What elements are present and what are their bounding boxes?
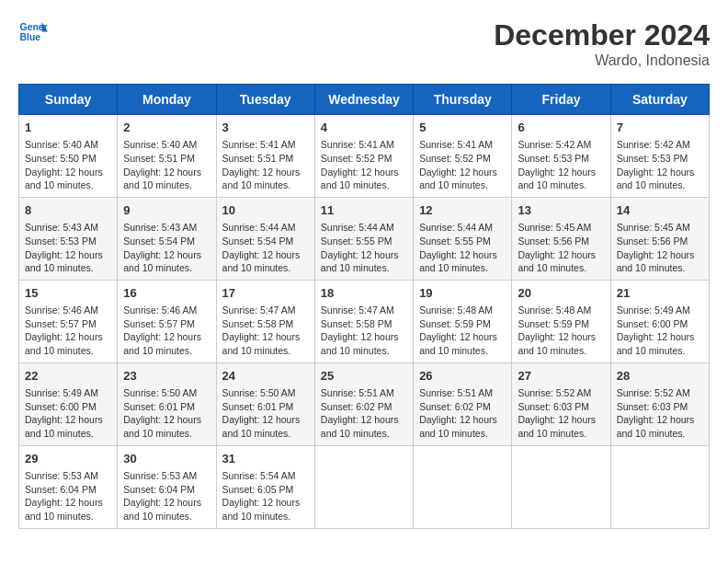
day-number: 4 bbox=[321, 120, 407, 136]
day-header-friday: Friday bbox=[512, 85, 610, 115]
calendar-cell: 9Sunrise: 5:43 AMSunset: 5:54 PMDaylight… bbox=[118, 197, 216, 280]
day-number: 16 bbox=[123, 285, 210, 302]
calendar-cell: 6Sunrise: 5:42 AMSunset: 5:53 PMDaylight… bbox=[512, 115, 610, 198]
day-number: 17 bbox=[222, 285, 309, 302]
calendar-cell: 8Sunrise: 5:43 AMSunset: 5:53 PMDaylight… bbox=[19, 197, 118, 280]
calendar-cell: 27Sunrise: 5:52 AMSunset: 6:03 PMDayligh… bbox=[512, 362, 610, 445]
day-number: 26 bbox=[419, 368, 506, 385]
calendar-cell: 25Sunrise: 5:51 AMSunset: 6:02 PMDayligh… bbox=[314, 362, 413, 445]
calendar-cell: 31Sunrise: 5:54 AMSunset: 6:05 PMDayligh… bbox=[216, 445, 314, 528]
calendar-cell: 21Sunrise: 5:49 AMSunset: 6:00 PMDayligh… bbox=[610, 280, 709, 362]
main-title: December 2024 bbox=[494, 18, 710, 52]
calendar-cell bbox=[512, 445, 610, 528]
calendar-cell: 30Sunrise: 5:53 AMSunset: 6:04 PMDayligh… bbox=[118, 445, 216, 528]
calendar-cell: 1Sunrise: 5:40 AMSunset: 5:50 PMDaylight… bbox=[19, 115, 118, 198]
subtitle: Wardo, Indonesia bbox=[494, 52, 710, 69]
calendar-cell bbox=[610, 445, 709, 528]
calendar-cell: 3Sunrise: 5:41 AMSunset: 5:51 PMDaylight… bbox=[216, 115, 314, 198]
calendar-week-row: 22Sunrise: 5:49 AMSunset: 6:00 PMDayligh… bbox=[19, 362, 710, 445]
day-number: 11 bbox=[321, 202, 407, 219]
day-number: 12 bbox=[419, 202, 506, 219]
calendar-cell: 28Sunrise: 5:52 AMSunset: 6:03 PMDayligh… bbox=[610, 362, 709, 445]
calendar-cell bbox=[414, 445, 512, 528]
logo-icon: General Blue bbox=[18, 18, 48, 44]
day-header-thursday: Thursday bbox=[414, 85, 512, 115]
calendar-cell: 23Sunrise: 5:50 AMSunset: 6:01 PMDayligh… bbox=[118, 362, 216, 445]
day-number: 10 bbox=[222, 202, 309, 219]
day-number: 19 bbox=[419, 285, 506, 302]
svg-text:Blue: Blue bbox=[20, 32, 41, 42]
calendar-cell: 2Sunrise: 5:40 AMSunset: 5:51 PMDaylight… bbox=[118, 115, 216, 198]
day-number: 15 bbox=[25, 285, 111, 302]
day-number: 8 bbox=[25, 202, 111, 219]
day-header-wednesday: Wednesday bbox=[314, 85, 413, 115]
calendar-cell: 17Sunrise: 5:47 AMSunset: 5:58 PMDayligh… bbox=[216, 280, 314, 362]
day-number: 25 bbox=[321, 368, 407, 385]
day-number: 27 bbox=[518, 368, 604, 385]
calendar-cell: 13Sunrise: 5:45 AMSunset: 5:56 PMDayligh… bbox=[512, 197, 610, 280]
calendar-cell: 14Sunrise: 5:45 AMSunset: 5:56 PMDayligh… bbox=[610, 197, 709, 280]
calendar-week-row: 8Sunrise: 5:43 AMSunset: 5:53 PMDaylight… bbox=[19, 197, 710, 280]
logo: General Blue bbox=[18, 18, 48, 44]
calendar-week-row: 15Sunrise: 5:46 AMSunset: 5:57 PMDayligh… bbox=[19, 280, 710, 362]
calendar-cell: 10Sunrise: 5:44 AMSunset: 5:54 PMDayligh… bbox=[216, 197, 314, 280]
day-number: 7 bbox=[617, 120, 703, 136]
calendar-cell: 29Sunrise: 5:53 AMSunset: 6:04 PMDayligh… bbox=[19, 445, 118, 528]
calendar-cell: 20Sunrise: 5:48 AMSunset: 5:59 PMDayligh… bbox=[512, 280, 610, 362]
day-header-monday: Monday bbox=[118, 85, 216, 115]
day-number: 9 bbox=[123, 202, 210, 219]
day-header-saturday: Saturday bbox=[610, 85, 709, 115]
calendar-cell: 16Sunrise: 5:46 AMSunset: 5:57 PMDayligh… bbox=[118, 280, 216, 362]
day-number: 1 bbox=[25, 120, 111, 136]
calendar-cell: 15Sunrise: 5:46 AMSunset: 5:57 PMDayligh… bbox=[19, 280, 118, 362]
day-number: 3 bbox=[222, 120, 309, 136]
day-number: 14 bbox=[617, 202, 703, 219]
page-header: General Blue December 2024 Wardo, Indone… bbox=[18, 18, 710, 69]
day-number: 6 bbox=[518, 120, 604, 136]
day-header-tuesday: Tuesday bbox=[216, 85, 314, 115]
day-number: 28 bbox=[617, 368, 703, 385]
day-number: 29 bbox=[25, 451, 111, 467]
calendar-cell: 12Sunrise: 5:44 AMSunset: 5:55 PMDayligh… bbox=[414, 197, 512, 280]
calendar-cell: 7Sunrise: 5:42 AMSunset: 5:53 PMDaylight… bbox=[610, 115, 709, 198]
day-number: 31 bbox=[222, 451, 309, 467]
calendar-week-row: 29Sunrise: 5:53 AMSunset: 6:04 PMDayligh… bbox=[19, 445, 710, 528]
day-number: 21 bbox=[617, 285, 703, 302]
day-number: 13 bbox=[518, 202, 604, 219]
calendar-cell: 11Sunrise: 5:44 AMSunset: 5:55 PMDayligh… bbox=[314, 197, 413, 280]
day-number: 22 bbox=[25, 368, 111, 385]
day-number: 20 bbox=[518, 285, 604, 302]
calendar-cell bbox=[314, 445, 413, 528]
calendar-cell: 22Sunrise: 5:49 AMSunset: 6:00 PMDayligh… bbox=[19, 362, 118, 445]
calendar-table: SundayMondayTuesdayWednesdayThursdayFrid… bbox=[18, 84, 710, 529]
calendar-cell: 18Sunrise: 5:47 AMSunset: 5:58 PMDayligh… bbox=[314, 280, 413, 362]
calendar-week-row: 1Sunrise: 5:40 AMSunset: 5:50 PMDaylight… bbox=[19, 115, 710, 198]
calendar-cell: 26Sunrise: 5:51 AMSunset: 6:02 PMDayligh… bbox=[414, 362, 512, 445]
day-number: 18 bbox=[321, 285, 407, 302]
calendar-body: 1Sunrise: 5:40 AMSunset: 5:50 PMDaylight… bbox=[19, 115, 710, 529]
day-number: 5 bbox=[419, 120, 506, 136]
day-number: 30 bbox=[123, 451, 210, 467]
calendar-cell: 4Sunrise: 5:41 AMSunset: 5:52 PMDaylight… bbox=[314, 115, 413, 198]
calendar-cell: 5Sunrise: 5:41 AMSunset: 5:52 PMDaylight… bbox=[414, 115, 512, 198]
title-block: December 2024 Wardo, Indonesia bbox=[494, 18, 710, 69]
day-number: 24 bbox=[222, 368, 309, 385]
day-header-sunday: Sunday bbox=[19, 85, 118, 115]
day-number: 23 bbox=[123, 368, 210, 385]
calendar-cell: 24Sunrise: 5:50 AMSunset: 6:01 PMDayligh… bbox=[216, 362, 314, 445]
calendar-header-row: SundayMondayTuesdayWednesdayThursdayFrid… bbox=[19, 85, 710, 115]
calendar-cell: 19Sunrise: 5:48 AMSunset: 5:59 PMDayligh… bbox=[414, 280, 512, 362]
day-number: 2 bbox=[123, 120, 210, 136]
